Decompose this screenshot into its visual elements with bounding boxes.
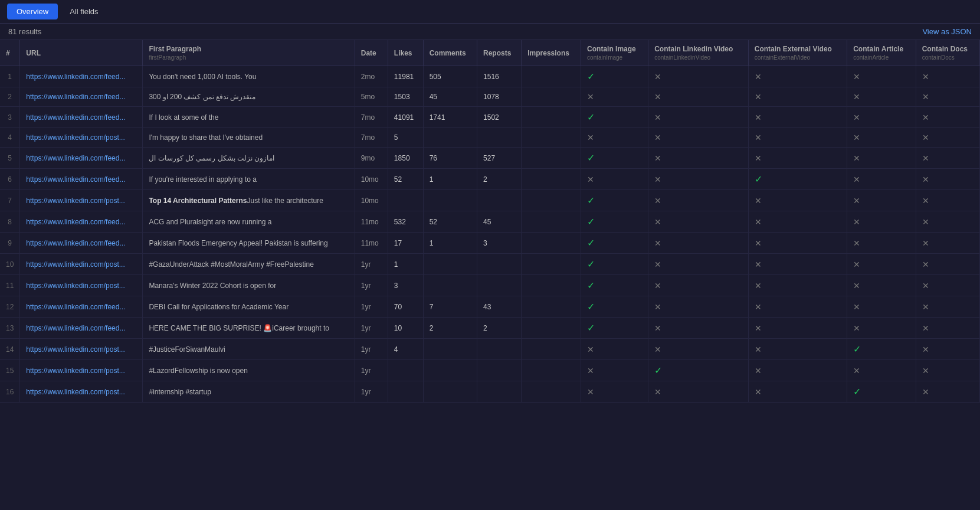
table-row: 8https://www.linkedin.com/feed...ACG and… xyxy=(0,211,980,233)
comments-cell: 7 xyxy=(430,303,434,311)
reposts-cell: 1078 xyxy=(483,93,499,101)
cross-icon: ✕ xyxy=(654,92,661,102)
table-body: 1https://www.linkedin.com/feed...You don… xyxy=(0,66,980,403)
col-header-likes: Likes xyxy=(388,40,423,66)
first-para: #internship #startup xyxy=(149,388,211,396)
date-cell: 11mo xyxy=(361,218,379,226)
first-para: متقدرش تدفع تمن كشف 200 او 300 xyxy=(149,93,255,101)
tab-all-fields[interactable]: All fields xyxy=(60,4,107,19)
likes-cell: 1503 xyxy=(394,93,410,101)
url-link[interactable]: https://www.linkedin.com/feed... xyxy=(26,239,132,247)
cross-icon: ✕ xyxy=(853,366,860,375)
cross-icon: ✕ xyxy=(755,113,762,122)
cross-icon: ✕ xyxy=(922,238,929,248)
cross-icon: ✕ xyxy=(922,387,929,397)
reposts-cell: 3 xyxy=(483,239,487,247)
cross-icon: ✕ xyxy=(922,113,929,122)
check-icon: ✓ xyxy=(587,280,595,290)
url-link[interactable]: https://www.linkedin.com/post... xyxy=(26,282,132,290)
url-link[interactable]: https://www.linkedin.com/feed... xyxy=(26,113,132,122)
url-link[interactable]: https://www.linkedin.com/feed... xyxy=(26,303,132,311)
cross-icon: ✕ xyxy=(922,133,929,142)
check-icon: ✓ xyxy=(853,344,861,354)
col-header-url: URL xyxy=(20,40,143,66)
table-row: 5https://www.linkedin.com/feed...امازون … xyxy=(0,148,980,169)
date-cell: 5mo xyxy=(361,93,375,101)
url-link[interactable]: https://www.linkedin.com/feed... xyxy=(26,154,132,162)
date-cell: 1yr xyxy=(361,282,371,290)
date-cell: 1yr xyxy=(361,388,371,396)
check-icon: ✓ xyxy=(587,323,595,333)
url-link[interactable]: https://www.linkedin.com/feed... xyxy=(26,324,132,332)
cross-icon: ✕ xyxy=(922,196,929,205)
url-link[interactable]: https://www.linkedin.com/post... xyxy=(26,197,132,205)
cross-icon: ✕ xyxy=(654,153,661,163)
reposts-cell: 2 xyxy=(483,324,487,332)
check-icon: ✓ xyxy=(654,365,662,375)
check-icon: ✓ xyxy=(853,387,861,397)
cross-icon: ✕ xyxy=(654,133,661,142)
url-link[interactable]: https://www.linkedin.com/post... xyxy=(26,260,132,269)
url-link[interactable]: https://www.linkedin.com/feed... xyxy=(26,93,132,101)
check-icon: ✓ xyxy=(587,112,595,122)
likes-cell: 41091 xyxy=(394,113,414,122)
first-para: Manara's Winter 2022 Cohort is open for xyxy=(149,282,276,290)
url-link[interactable]: https://www.linkedin.com/feed... xyxy=(26,73,132,81)
reposts-cell: 527 xyxy=(483,154,495,162)
likes-cell: 70 xyxy=(394,303,402,311)
table-header: # URL First Paragraph firstParagraph Dat… xyxy=(0,40,980,66)
cross-icon: ✕ xyxy=(755,345,762,354)
url-link[interactable]: https://www.linkedin.com/feed... xyxy=(26,175,132,184)
check-icon: ✓ xyxy=(755,174,762,184)
comments-cell: 1 xyxy=(430,239,434,247)
cross-icon: ✕ xyxy=(853,72,860,81)
url-link[interactable]: https://www.linkedin.com/post... xyxy=(26,367,132,375)
cross-icon: ✕ xyxy=(853,153,860,163)
first-para: Pakistan Floods Emergency Appeal! Pakist… xyxy=(149,239,327,247)
first-para: I'm happy to share that I've obtained xyxy=(149,133,263,142)
date-cell: 1yr xyxy=(361,345,371,354)
date-cell: 9mo xyxy=(361,154,375,162)
table-row: 1https://www.linkedin.com/feed...You don… xyxy=(0,66,980,87)
url-link[interactable]: https://www.linkedin.com/post... xyxy=(26,388,132,396)
table-row: 10https://www.linkedin.com/post...#GazaU… xyxy=(0,254,980,275)
date-cell: 11mo xyxy=(361,239,379,247)
table-wrap: # URL First Paragraph firstParagraph Dat… xyxy=(0,40,980,403)
check-icon: ✓ xyxy=(587,302,595,312)
cross-icon: ✕ xyxy=(587,175,594,184)
first-para: Top 14 Architectural PatternsJust like t… xyxy=(149,197,323,205)
likes-cell: 3 xyxy=(394,282,398,290)
cross-icon: ✕ xyxy=(853,175,860,184)
cross-icon: ✕ xyxy=(853,133,860,142)
col-header-id: # xyxy=(0,40,20,66)
cross-icon: ✕ xyxy=(755,72,762,81)
reposts-cell: 2 xyxy=(483,175,487,184)
url-link[interactable]: https://www.linkedin.com/post... xyxy=(26,345,132,354)
first-para: HERE CAME THE BIG SURPRISE! 🚨iCareer bro… xyxy=(149,324,329,332)
view-json-link[interactable]: View as JSON xyxy=(922,27,972,36)
table-row: 14https://www.linkedin.com/post...#Justi… xyxy=(0,339,980,360)
cross-icon: ✕ xyxy=(654,302,661,312)
comments-cell: 52 xyxy=(430,218,437,226)
reposts-cell: 1516 xyxy=(483,73,499,81)
comments-cell: 2 xyxy=(430,324,434,332)
cross-icon: ✕ xyxy=(922,260,929,269)
reposts-cell: 45 xyxy=(483,218,491,226)
cross-icon: ✕ xyxy=(654,345,661,354)
date-cell: 1yr xyxy=(361,260,371,269)
table-row: 2https://www.linkedin.com/feed...متقدرش … xyxy=(0,87,980,107)
first-para: #GazaUnderAttack #MostMoralArmy #FreePal… xyxy=(149,260,313,269)
url-link[interactable]: https://www.linkedin.com/post... xyxy=(26,133,132,142)
cross-icon: ✕ xyxy=(922,366,929,375)
url-link[interactable]: https://www.linkedin.com/feed... xyxy=(26,218,132,226)
cross-icon: ✕ xyxy=(922,217,929,227)
tab-overview[interactable]: Overview xyxy=(7,4,58,19)
data-table: # URL First Paragraph firstParagraph Dat… xyxy=(0,40,980,403)
cross-icon: ✕ xyxy=(587,366,594,375)
cross-icon: ✕ xyxy=(654,72,661,81)
cross-icon: ✕ xyxy=(853,260,860,269)
cross-icon: ✕ xyxy=(654,217,661,227)
col-header-contain-ext-video: Contain External Video containExternalVi… xyxy=(748,40,847,66)
likes-cell: 11981 xyxy=(394,73,414,81)
cross-icon: ✕ xyxy=(922,92,929,102)
